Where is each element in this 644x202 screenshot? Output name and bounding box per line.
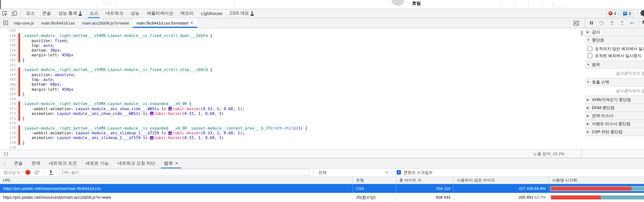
url-filter-input[interactable] <box>60 169 310 176</box>
table-row[interactable]: https://pm.pstatic.net/resources/css/mai… <box>0 184 644 193</box>
code-line-155[interactable]: 155 <box>0 28 585 33</box>
export-coverage-icon[interactable] <box>49 170 53 175</box>
column-header-사용량 시각화[interactable]: 사용량 시각화 <box>549 177 644 184</box>
devtools-tab-애플리케이션[interactable]: 애플리케이션 <box>143 9 177 18</box>
sidebar-section-범위[interactable]: ▼범위 <box>585 61 644 69</box>
code-line-169[interactable]: 169 <box>0 96 585 101</box>
column-header-총 바이트 수[interactable]: 총 바이트 수 <box>396 177 454 184</box>
column-header-유형[interactable]: 유형 <box>353 177 396 184</box>
file-tab-main.f6c8441d.css:formatted[interactable]: main.f6c8441d.css:formatted✕ <box>133 18 197 28</box>
bezier-editor-icon[interactable] <box>168 107 172 111</box>
drawer-menu-icon[interactable]: ⋮ <box>0 158 10 168</box>
close-tab-icon[interactable]: ✕ <box>175 161 178 166</box>
pause-script-icon[interactable] <box>586 19 596 27</box>
code-line-177[interactable]: 177 animation: Layout-module__ani_slideu… <box>0 135 585 140</box>
unused-coverage-marker <box>18 126 20 130</box>
devtools-tab-성능[interactable]: 성능 <box>127 9 143 18</box>
code-line-170[interactable]: 170.Layout-module__right_bottom___s54MX.… <box>0 101 585 106</box>
sidebar-section-전역 리스너[interactable]: ▶전역 리스너 <box>585 112 644 120</box>
device-toolbar-icon[interactable] <box>10 9 19 18</box>
code-line-172[interactable]: 172 animation: Layout-module__ani_show_s… <box>0 111 585 116</box>
devtools-tab-Lighthouse[interactable]: Lighthouse <box>198 9 226 18</box>
code-line-158[interactable]: 158 top: auto; <box>0 43 585 48</box>
editor-scrollbar[interactable] <box>580 30 583 36</box>
code-line-167[interactable]: 167 margin-left: 450px <box>0 87 585 92</box>
settings-gear-icon[interactable] <box>639 9 644 18</box>
code-line-168[interactable]: 168} <box>0 91 585 96</box>
step-icon[interactable] <box>628 19 637 27</box>
devtools-tab-메모리[interactable]: 메모리 <box>177 9 198 18</box>
code-text: margin-left: 450px <box>20 53 73 57</box>
step-over-icon[interactable] <box>597 19 606 27</box>
sidebar-section-호출 스택[interactable]: ▼호출 스택 <box>585 78 644 86</box>
sidebar-section-이벤트 리스너 중단점[interactable]: ▶이벤트 리스너 중단점 <box>585 120 644 128</box>
code-line-175[interactable]: 175.Layout-module__right_bottom___s54MX.… <box>0 126 585 130</box>
file-tab-ndp-core.js[interactable]: ndp-core.js <box>10 18 38 28</box>
code-line-160[interactable]: 160 margin-left: 450px <box>0 53 585 58</box>
bezier-editor-icon[interactable] <box>150 112 154 115</box>
code-line-165[interactable]: 165 top: auto; <box>0 77 585 82</box>
inspect-element-icon[interactable] <box>0 9 10 18</box>
devtools-tab-CSS 개요[interactable]: CSS 개요 <box>226 9 258 18</box>
column-header-URL[interactable]: URL <box>0 177 353 184</box>
type-filter-select[interactable]: 전체 ▼ <box>318 170 388 175</box>
sidebar-section-DOM 중단점[interactable]: ▶DOM 중단점 <box>585 104 644 112</box>
clear-coverage-button[interactable] <box>34 170 39 175</box>
bezier-editor-icon[interactable] <box>168 131 172 135</box>
avatar <box>392 0 404 6</box>
code-line-174[interactable]: 174 <box>0 121 585 126</box>
pretty-print-icon[interactable]: {} <box>0 152 8 156</box>
code-editor[interactable]: 155156.Layout-module__right_bottom___s54… <box>0 28 585 150</box>
drawer-tab-콘솔[interactable]: 콘솔 <box>10 158 27 168</box>
code-line-156[interactable]: 156.Layout-module__right_bottom___s54MX.… <box>0 33 585 38</box>
file-tab-main.f6c8441d.css[interactable]: main.f6c8441d.css <box>38 18 78 28</box>
checkbox-unchecked[interactable] <box>588 53 592 58</box>
drawer-tab-네트워크 요청 차단[interactable]: 네트워크 요청 차단 <box>113 158 160 168</box>
code-line-164[interactable]: 164 position: absolute; <box>0 72 585 77</box>
code-line-179[interactable]: 179 <box>0 145 585 150</box>
step-out-icon[interactable] <box>617 19 627 27</box>
content-scripts-checkbox[interactable]: ✓ <box>396 170 401 175</box>
code-line-163[interactable]: 163.Layout-module__right_bottom___s54MX.… <box>0 67 585 72</box>
code-line-162[interactable]: 162 <box>0 62 585 67</box>
column-header-사용하지 않은 바이트[interactable]: 사용하지 않은 바이트 <box>454 177 549 184</box>
drawer-tab-네트워크 조건[interactable]: 네트워크 조건 <box>45 158 81 168</box>
devtools-tab-성능 통계[interactable]: 성능 통계 <box>54 9 86 18</box>
code-line-178[interactable]: 178} <box>0 140 585 145</box>
code-line-166[interactable]: 166 bottom: 60px; <box>0 82 585 87</box>
code-line-176[interactable]: 176 -webkit-animation: Layout-module__an… <box>0 130 585 135</box>
code-line-157[interactable]: 157 position: fixed; <box>0 38 585 43</box>
file-tab-main.acc2da58.js?o=www[interactable]: main.acc2da58.js?o=www <box>78 18 133 28</box>
devtools-tab-소스[interactable]: 소스 <box>86 9 102 18</box>
drawer-tab-문제[interactable]: 문제 <box>27 158 45 168</box>
chevron-right-icon: ▶ <box>587 130 590 133</box>
bezier-editor-icon[interactable] <box>150 136 154 140</box>
code-line-171[interactable]: 171 -webkit-animation: Layout-module__an… <box>0 106 585 111</box>
sidebar-section-감시[interactable]: ▶감시 <box>585 28 644 36</box>
checkbox-unchecked[interactable] <box>588 46 592 51</box>
toggle-debugger-sidebar-icon[interactable] <box>572 19 581 27</box>
devtools-tab-요소[interactable]: 요소 <box>22 9 38 18</box>
unused-coverage-marker <box>18 91 20 96</box>
sidebar-section-XHR/가져오기 중단점[interactable]: ▶XHR/가져오기 중단점 <box>585 96 644 104</box>
deactivate-breakpoints-icon[interactable] <box>642 19 644 27</box>
sidebar-section-중단점[interactable]: ▼중단점 <box>585 36 644 44</box>
error-count-badge[interactable]: ✕ 4 <box>606 10 619 17</box>
coverage-mode-select[interactable]: 함수당 ▼ <box>0 170 22 175</box>
issues-count-badge[interactable]: 6 <box>621 10 634 17</box>
step-into-icon[interactable] <box>607 19 616 27</box>
code-line-173[interactable]: 173} <box>0 116 585 121</box>
table-row[interactable]: https://pm.pstatic.net/resources/js/main… <box>0 193 644 202</box>
record-coverage-button[interactable] <box>26 170 30 175</box>
sidebar-section-CSP 위반 중단점[interactable]: ▶CSP 위반 중단점 <box>585 128 644 136</box>
breakpoint-option[interactable]: 포착되지 않은 예외에서 일시중지 <box>585 45 644 52</box>
breakpoint-option[interactable]: 포착된 예외에서 일시중지 <box>585 52 644 59</box>
drawer-tab-범위[interactable]: 범위✕ <box>160 158 183 168</box>
code-line-161[interactable]: 161} <box>0 57 585 62</box>
drawer-tab-새로운 기능[interactable]: 새로운 기능 <box>81 158 113 168</box>
show-navigator-icon[interactable] <box>1 18 10 27</box>
code-line-159[interactable]: 159 bottom: 30px; <box>0 48 585 53</box>
devtools-tab-네트워크[interactable]: 네트워크 <box>102 9 127 18</box>
close-tab-icon[interactable]: ✕ <box>190 21 193 25</box>
devtools-tab-콘솔[interactable]: 콘솔 <box>38 9 54 18</box>
